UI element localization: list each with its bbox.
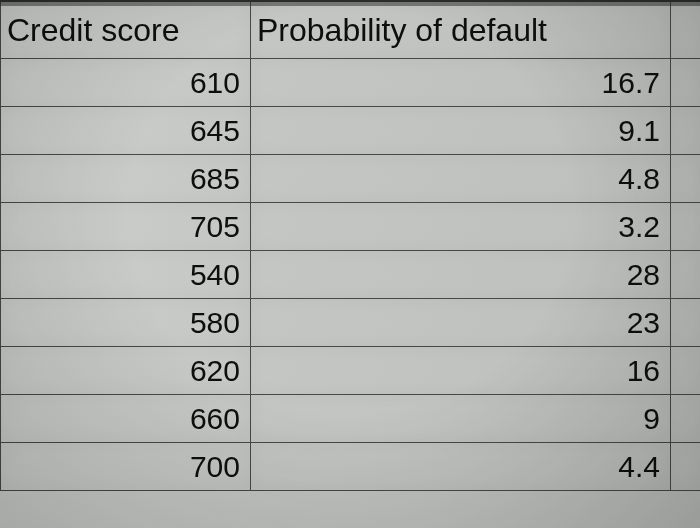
cell-score[interactable]: 540 xyxy=(1,251,251,299)
cell-score[interactable]: 620 xyxy=(1,347,251,395)
cell-empty[interactable] xyxy=(671,443,701,491)
cell-empty[interactable] xyxy=(671,155,701,203)
table-row: 660 9 xyxy=(1,395,701,443)
window-edge xyxy=(0,0,700,6)
cell-empty[interactable] xyxy=(671,299,701,347)
table-body: 610 16.7 645 9.1 685 4.8 705 3.2 540 xyxy=(1,59,701,491)
col-header-probability[interactable]: Probability of default xyxy=(251,1,671,59)
cell-empty[interactable] xyxy=(671,395,701,443)
cell-empty[interactable] xyxy=(671,251,701,299)
cell-prob[interactable]: 23 xyxy=(251,299,671,347)
cell-empty[interactable] xyxy=(671,347,701,395)
cell-prob[interactable]: 4.4 xyxy=(251,443,671,491)
cell-empty[interactable] xyxy=(671,107,701,155)
cell-score[interactable]: 645 xyxy=(1,107,251,155)
spreadsheet-view: Credit score Probability of default 610 … xyxy=(0,0,700,528)
cell-score[interactable]: 610 xyxy=(1,59,251,107)
cell-prob[interactable]: 16 xyxy=(251,347,671,395)
cell-score[interactable]: 705 xyxy=(1,203,251,251)
table-row: 610 16.7 xyxy=(1,59,701,107)
cell-prob[interactable]: 9 xyxy=(251,395,671,443)
table-row: 540 28 xyxy=(1,251,701,299)
cell-score[interactable]: 660 xyxy=(1,395,251,443)
col-header-credit-score[interactable]: Credit score xyxy=(1,1,251,59)
table-row: 645 9.1 xyxy=(1,107,701,155)
table-row: 685 4.8 xyxy=(1,155,701,203)
table-row: 620 16 xyxy=(1,347,701,395)
col-header-empty[interactable] xyxy=(671,1,701,59)
cell-prob[interactable]: 28 xyxy=(251,251,671,299)
cell-prob[interactable]: 16.7 xyxy=(251,59,671,107)
cell-empty[interactable] xyxy=(671,203,701,251)
cell-score[interactable]: 685 xyxy=(1,155,251,203)
table-row: 700 4.4 xyxy=(1,443,701,491)
cell-score[interactable]: 700 xyxy=(1,443,251,491)
table-row: 705 3.2 xyxy=(1,203,701,251)
cell-prob[interactable]: 3.2 xyxy=(251,203,671,251)
cell-prob[interactable]: 4.8 xyxy=(251,155,671,203)
cell-empty[interactable] xyxy=(671,59,701,107)
cell-score[interactable]: 580 xyxy=(1,299,251,347)
table-row: 580 23 xyxy=(1,299,701,347)
table-header-row: Credit score Probability of default xyxy=(1,1,701,59)
data-table: Credit score Probability of default 610 … xyxy=(0,0,700,491)
cell-prob[interactable]: 9.1 xyxy=(251,107,671,155)
